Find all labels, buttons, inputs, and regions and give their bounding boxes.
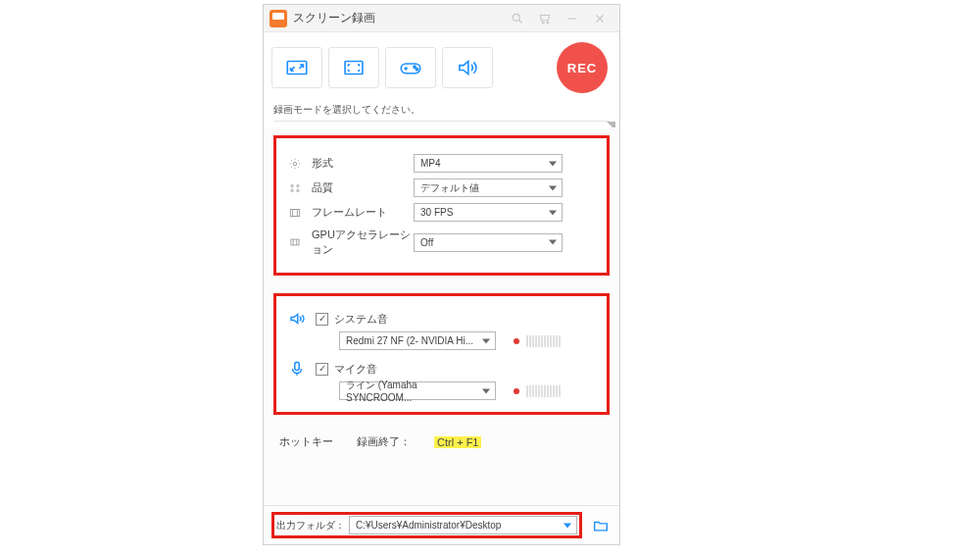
mode-fullscreen-button[interactable] xyxy=(328,47,379,88)
gpu-label: GPUアクセラレーション xyxy=(312,228,414,257)
svg-point-10 xyxy=(414,66,416,68)
output-folder-label: 出力フォルダ： xyxy=(276,519,345,533)
svg-rect-8 xyxy=(345,62,363,75)
svg-point-13 xyxy=(291,184,293,186)
search-icon[interactable] xyxy=(504,8,531,29)
gpu-select[interactable]: Off xyxy=(414,233,563,252)
mode-game-button[interactable] xyxy=(385,47,436,88)
framerate-icon xyxy=(286,206,304,220)
svg-point-11 xyxy=(416,68,417,70)
svg-point-16 xyxy=(297,189,299,191)
minimize-button[interactable] xyxy=(559,8,586,29)
format-label: 形式 xyxy=(312,156,414,171)
svg-point-12 xyxy=(293,162,297,166)
speaker-icon xyxy=(286,310,308,328)
hotkey-title: ホットキー xyxy=(279,434,333,449)
output-folder-select[interactable]: C:¥Users¥Administrator¥Desktop xyxy=(349,516,577,534)
titlebar: スクリーン録画 xyxy=(264,5,619,32)
mic-audio-device-select[interactable]: ライン (Yamaha SYNCROOM... xyxy=(339,381,496,400)
quality-label: 品質 xyxy=(312,180,414,195)
mode-region-button[interactable] xyxy=(271,47,322,88)
app-window: スクリーン録画 REC 録画モードを選択してください。 xyxy=(263,4,620,545)
quality-icon xyxy=(286,181,304,195)
prompt-row: 録画モードを選択してください。 xyxy=(264,101,619,127)
svg-rect-18 xyxy=(293,209,300,216)
audio-settings-box: システム音 Redmi 27 NF (2- NVIDIA Hi... マイク音 … xyxy=(273,293,610,415)
svg-rect-20 xyxy=(295,362,300,370)
hotkey-stop-label: 録画終了： xyxy=(357,434,411,449)
svg-point-14 xyxy=(297,184,299,186)
gpu-icon xyxy=(286,235,304,249)
cart-icon[interactable] xyxy=(531,8,559,29)
svg-point-3 xyxy=(547,22,549,24)
gear-icon xyxy=(286,157,304,171)
format-select[interactable]: MP4 xyxy=(414,154,563,173)
system-audio-device-select[interactable]: Redmi 27 NF (2- NVIDIA Hi... xyxy=(339,331,496,350)
mic-audio-label: マイク音 xyxy=(334,362,377,377)
open-folder-button[interactable] xyxy=(590,517,612,534)
mic-audio-checkbox[interactable] xyxy=(316,363,328,376)
framerate-select[interactable]: 30 FPS xyxy=(414,203,563,222)
mode-toolbar: REC xyxy=(264,32,619,101)
system-audio-meter xyxy=(514,335,561,347)
quality-select[interactable]: デフォルト値 xyxy=(414,178,563,197)
microphone-icon xyxy=(286,360,308,378)
video-settings-box: 形式 MP4 品質 デフォルト値 フレームレート 30 FPS GPUアクセラレ… xyxy=(273,135,610,276)
framerate-label: フレームレート xyxy=(312,205,414,220)
system-audio-checkbox[interactable] xyxy=(316,313,328,326)
record-button[interactable]: REC xyxy=(557,42,608,93)
svg-point-15 xyxy=(291,189,293,191)
mode-audio-button[interactable] xyxy=(442,47,493,88)
footer: 出力フォルダ： C:¥Users¥Administrator¥Desktop xyxy=(264,505,619,544)
svg-point-0 xyxy=(513,14,519,21)
svg-rect-17 xyxy=(290,209,297,216)
mic-audio-meter xyxy=(514,385,561,397)
close-button[interactable] xyxy=(586,8,613,29)
system-audio-label: システム音 xyxy=(334,312,388,327)
prompt-text: 録画モードを選択してください。 xyxy=(273,104,420,115)
app-icon xyxy=(270,10,287,27)
output-folder-box: 出力フォルダ： C:¥Users¥Administrator¥Desktop xyxy=(271,512,582,538)
body-area: 形式 MP4 品質 デフォルト値 フレームレート 30 FPS GPUアクセラレ… xyxy=(264,127,619,505)
svg-rect-19 xyxy=(291,239,299,245)
window-title: スクリーン録画 xyxy=(293,10,375,26)
hotkey-stop-value: Ctrl + F1 xyxy=(434,436,481,448)
hotkey-row: ホットキー 録画終了： Ctrl + F1 xyxy=(273,432,610,449)
svg-line-1 xyxy=(519,20,522,23)
svg-point-2 xyxy=(542,22,544,24)
